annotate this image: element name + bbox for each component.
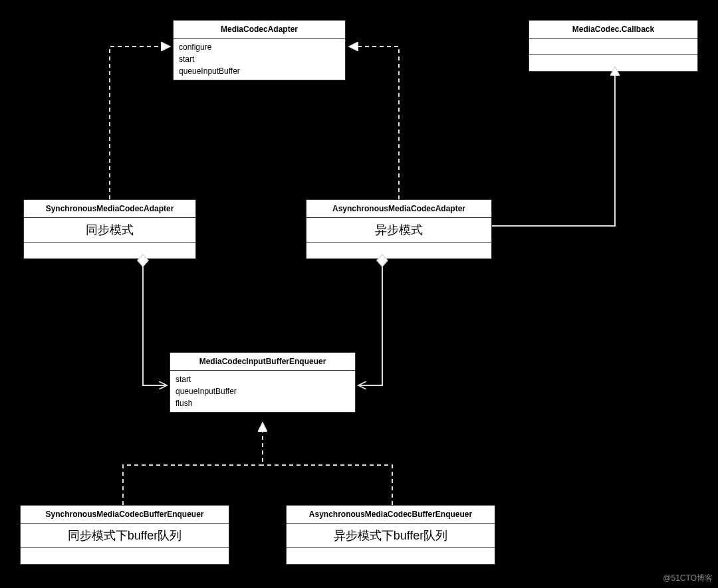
class-subtitle: 同步模式	[24, 218, 195, 243]
class-asynchronousmediacodecbufferenqueuer: AsynchronousMediaCodecBufferEnqueuer 异步模…	[286, 505, 495, 565]
connectors	[0, 0, 718, 588]
class-synchronousmediacodecbufferenqueuer: SynchronousMediaCodecBufferEnqueuer 同步模式…	[20, 505, 229, 565]
class-synchronousmediacodecadapter: SynchronousMediaCodecAdapter 同步模式	[23, 199, 196, 259]
uml-diagram: MediaCodecAdapter configure start queueI…	[0, 0, 718, 588]
class-subtitle: 异步模式	[306, 218, 491, 243]
class-compartment	[21, 548, 229, 564]
class-title: MediaCodecAdapter	[174, 21, 345, 39]
edge-asyncadapter-aggregates-enqueuer	[358, 254, 388, 385]
class-subtitle: 同步模式下buffer队列	[21, 524, 229, 548]
class-title: AsynchronousMediaCodecBufferEnqueuer	[287, 506, 495, 524]
class-compartment	[529, 55, 697, 71]
class-compartment	[287, 548, 495, 564]
class-title: MediaCodecInputBufferEnqueuer	[170, 353, 355, 371]
class-operations: configure start queueInputBuffer	[174, 39, 345, 80]
op: configure	[179, 41, 340, 53]
edge-asyncbuffer-to-enqueuer	[263, 465, 392, 505]
edge-asyncadapter-to-mediacodecadapter	[349, 47, 399, 199]
class-asynchronousmediacodecadapter: AsynchronousMediaCodecAdapter 异步模式	[306, 199, 492, 259]
class-title: AsynchronousMediaCodecAdapter	[306, 200, 491, 218]
edge-syncadapter-to-mediacodecadapter	[110, 47, 170, 199]
edge-syncadapter-aggregates-enqueuer	[138, 254, 167, 385]
class-title: SynchronousMediaCodecBufferEnqueuer	[21, 506, 229, 524]
op: flush	[176, 397, 350, 409]
op: queueInputBuffer	[176, 385, 350, 397]
class-subtitle: 异步模式下buffer队列	[287, 524, 495, 548]
class-mediacodecadapter: MediaCodecAdapter configure start queueI…	[173, 20, 346, 80]
watermark: @51CTO博客	[663, 573, 713, 584]
class-title: SynchronousMediaCodecAdapter	[24, 200, 195, 218]
class-compartment	[529, 39, 697, 55]
class-mediacodecinputbufferenqueuer: MediaCodecInputBufferEnqueuer start queu…	[170, 352, 356, 413]
class-title: MediaCodec.Callback	[529, 21, 697, 39]
class-compartment	[306, 243, 491, 258]
class-mediacodec-callback: MediaCodec.Callback	[529, 20, 698, 72]
op: start	[179, 53, 340, 65]
class-compartment	[24, 243, 195, 258]
op: queueInputBuffer	[179, 65, 340, 77]
op: start	[176, 373, 350, 385]
class-operations: start queueInputBuffer flush	[170, 371, 355, 412]
edge-asyncadapter-to-callback	[492, 66, 615, 226]
edge-syncbuffer-to-enqueuer	[123, 423, 263, 505]
